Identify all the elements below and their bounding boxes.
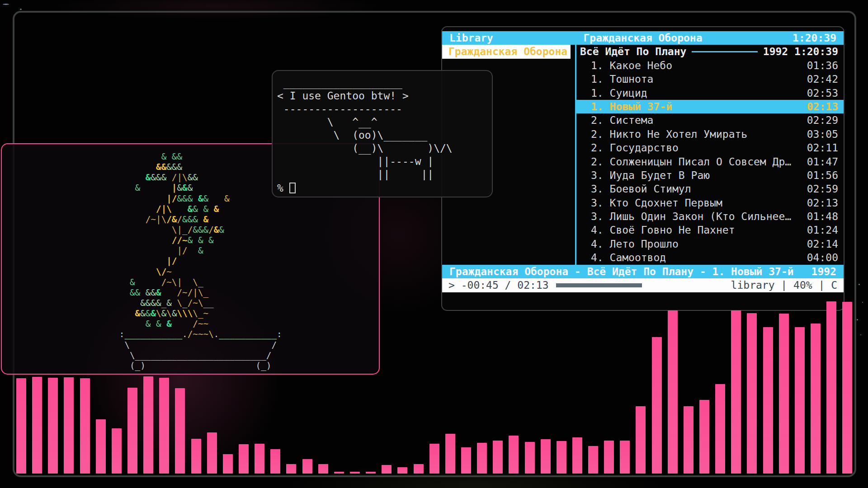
track-title: 1. Суицид: [591, 86, 807, 100]
visualizer-bar: [763, 327, 773, 474]
visualizer-bars: [16, 297, 853, 474]
track-title: 4. Самоотвод: [591, 251, 807, 264]
track-row[interactable]: 3. Лишь Один Закон (Кто Сильнее…01:48: [576, 210, 844, 223]
visualizer-bar: [64, 377, 74, 474]
track-row[interactable]: 3. Кто Сдохнет Первым02:13: [576, 196, 844, 210]
visualizer-bar: [350, 472, 360, 474]
visualizer-bar: [588, 446, 598, 474]
visualizer-bar: [668, 310, 678, 474]
album-header-line: [692, 51, 757, 52]
playback-time: > -00:45 / 02:13: [448, 278, 549, 292]
prompt-symbol: %: [277, 182, 283, 194]
visualizer-bar: [112, 428, 122, 474]
track-row[interactable]: 1. Суицид02:53: [576, 86, 844, 100]
track-row[interactable]: 2. Солженицын Писал О Совсем Др…01:47: [576, 155, 844, 169]
visualizer-bar: [636, 406, 646, 474]
cmus-window[interactable]: Library Гражданская Оборона 1:20:39 Граж…: [441, 26, 844, 311]
track-row[interactable]: 2. Система02:29: [576, 113, 844, 127]
track-duration: 03:05: [807, 127, 838, 141]
track-duration: 04:00: [807, 251, 838, 264]
track-duration: 01:48: [807, 210, 838, 223]
album-year-duration: 1992 1:20:39: [763, 45, 838, 58]
track-duration: 01:24: [807, 223, 838, 237]
visualizer-bar: [826, 301, 836, 474]
track-title: 3. Лишь Один Закон (Кто Сильнее…: [591, 210, 807, 223]
visualizer-bar: [239, 444, 249, 474]
track-title: 1. Новый 37-й: [591, 100, 807, 113]
track-row[interactable]: 4. Самоотвод04:00: [576, 251, 844, 264]
visualizer-bar: [572, 437, 582, 474]
cmus-status-bar: > -00:45 / 02:13 library | 40% | C: [442, 278, 844, 292]
visualizer-bar: [32, 377, 42, 474]
visualizer-bar: [414, 464, 424, 474]
visualizer-bar: [96, 419, 106, 474]
track-duration: 01:56: [807, 169, 838, 182]
track-title: 2. Солженицын Писал О Совсем Др…: [591, 155, 807, 169]
track-row[interactable]: 3. Иуда Будет В Раю01:56: [576, 169, 844, 182]
track-title: 4. Лето Прошло: [591, 237, 807, 251]
visualizer-bar: [795, 327, 805, 474]
track-title: 1. Какое Небо: [591, 59, 807, 72]
progress-bar[interactable]: [556, 283, 642, 287]
shell-prompt[interactable]: %: [277, 181, 492, 195]
track-row[interactable]: 1. Какое Небо01:36: [576, 59, 844, 72]
visualizer-bar: [143, 376, 153, 474]
now-playing-bar: Гражданская Оборона - Всё Идёт По Плану …: [442, 265, 844, 278]
track-duration: 02:11: [807, 141, 838, 155]
visualizer-bar: [445, 434, 455, 474]
visualizer-bar: [477, 443, 487, 474]
track-duration: 02:42: [807, 72, 838, 86]
status-flags: library | 40% | C: [731, 278, 837, 292]
desktop: { "accent_colors": { "pink": "#fb4a94", …: [0, 0, 868, 488]
track-list: 1. Какое Небо01:361. Тошнота02:421. Суиц…: [576, 59, 844, 265]
visualizer-bar: [334, 472, 344, 474]
wallpaper-star: [20, 9, 22, 10]
cmus-track-pane: Всё Идёт По Плану 1992 1:20:39 1. Какое …: [576, 45, 844, 264]
track-row[interactable]: 3. Боевой Стимул02:59: [576, 182, 844, 196]
track-duration: 02:53: [807, 86, 838, 100]
visualizer-bar: [684, 406, 693, 474]
cmus-header-bar: Library Гражданская Оборона 1:20:39: [442, 31, 844, 45]
visualizer-bar: [302, 459, 312, 474]
track-title: 3. Боевой Стимул: [591, 182, 807, 196]
now-playing-text: Гражданская Оборона - Всё Идёт По Плану …: [449, 265, 811, 278]
track-duration: 02:13: [807, 196, 838, 210]
cmus-view-label[interactable]: Library: [449, 31, 583, 45]
cmus-header-artist: Гражданская Оборона: [583, 31, 702, 45]
visualizer-bar: [175, 388, 185, 474]
artist-row-selected[interactable]: Гражданская Оборона: [442, 45, 571, 58]
visualizer-bar: [397, 467, 407, 474]
cowsay-terminal-window[interactable]: ___________________ < I use Gentoo btw! …: [272, 70, 493, 197]
track-row[interactable]: 4. Лето Прошло02:14: [576, 237, 844, 251]
track-row[interactable]: 4. Своё Говно Не Пахнет01:24: [576, 223, 844, 237]
visualizer-bar: [699, 400, 709, 474]
visualizer-bar: [842, 302, 852, 474]
track-row[interactable]: 1. Тошнота02:42: [576, 72, 844, 86]
now-playing-year: 1992: [811, 265, 836, 278]
track-row[interactable]: 2. Никто Не Хотел Умирать03:05: [576, 127, 844, 141]
album-header-row[interactable]: Всё Идёт По Плану 1992 1:20:39: [576, 45, 844, 58]
wallpaper-star: [862, 302, 863, 303]
track-row-selected[interactable]: 1. Новый 37-й02:13: [576, 100, 844, 113]
visualizer-bar: [747, 313, 757, 474]
visualizer-bar: [366, 472, 376, 474]
visualizer-bar: [541, 439, 551, 474]
track-row[interactable]: 2. Государство02:11: [576, 141, 844, 155]
visualizer-bar: [461, 447, 471, 474]
track-duration: 01:47: [807, 155, 838, 169]
wallpaper-star: [860, 334, 861, 335]
wallpaper-star: [857, 319, 858, 320]
track-duration: 02:59: [807, 182, 838, 196]
visualizer-bar: [731, 310, 741, 474]
wallpaper-star: [3, 4, 9, 5]
visualizer-bar: [382, 465, 392, 474]
visualizer-bar: [223, 454, 233, 474]
visualizer-bar: [493, 441, 503, 474]
visualizer-bar: [604, 441, 614, 474]
wallpaper-star: [859, 284, 860, 285]
visualizer-bar: [811, 324, 821, 474]
track-title: 1. Тошнота: [591, 72, 807, 86]
track-title: 2. Система: [591, 113, 807, 127]
track-title: 3. Кто Сдохнет Первым: [591, 196, 807, 210]
visualizer-bar: [652, 337, 662, 474]
